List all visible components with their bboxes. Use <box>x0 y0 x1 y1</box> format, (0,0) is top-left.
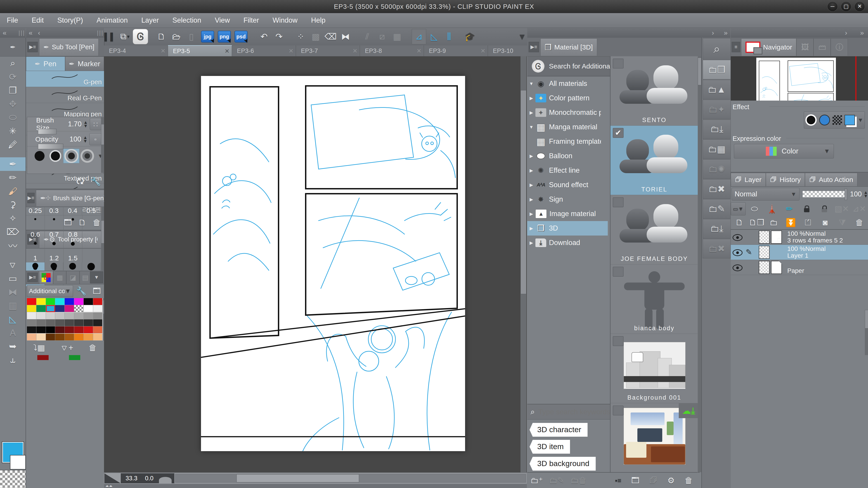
material-tree-item[interactable]: Sign <box>527 192 608 206</box>
antialias-middle-icon[interactable] <box>63 149 80 163</box>
effect-tone-icon[interactable] <box>833 115 842 125</box>
color-set-dropdown[interactable]: Additional color ▼ <box>27 285 73 297</box>
subtool-group-tab[interactable]: ✒ Marker <box>65 57 104 71</box>
color-swatch[interactable] <box>37 355 49 360</box>
lock-layer-icon[interactable] <box>798 205 815 212</box>
material-item[interactable]: bianca body <box>611 264 698 334</box>
material-tree-item[interactable]: Framing template <box>527 134 608 149</box>
eraser-tool-icon[interactable]: ⌦ <box>0 225 26 239</box>
antialias-strong-icon[interactable] <box>80 149 95 163</box>
airbrush-tool-icon[interactable]: ⚳ <box>0 198 26 212</box>
color-swatch[interactable] <box>74 313 84 319</box>
color-swatch[interactable] <box>55 298 65 305</box>
tree-arrow-icon[interactable] <box>527 226 535 231</box>
transparent-color-chip[interactable] <box>0 470 26 488</box>
color-swatch[interactable] <box>74 298 84 305</box>
snap-to-grid-icon[interactable]: ⫼ <box>442 29 456 44</box>
tree-arrow-icon[interactable] <box>527 182 535 188</box>
merge-with-lower-layer-icon[interactable]: ⏍ <box>800 218 817 227</box>
brush-size-cell[interactable]: 0.7 <box>45 215 64 239</box>
color-swatch[interactable] <box>74 319 84 326</box>
layer-thumbnail[interactable] <box>759 231 770 243</box>
canvas-area[interactable] <box>104 56 527 473</box>
zoom-slider-icon[interactable] <box>104 473 121 483</box>
tree-arrow-icon[interactable] <box>527 197 535 202</box>
register-color-icon[interactable]: 🗔 <box>90 286 104 296</box>
workspace-icon[interactable]: ▌▌ <box>103 29 117 44</box>
layer-panel-tab[interactable]: 🗇 Layer <box>731 173 766 186</box>
selection-source-icon[interactable]: ▭▼ <box>731 202 746 216</box>
sub-color-chip[interactable] <box>10 455 26 469</box>
brush-size-value[interactable]: 1.70 <box>68 120 82 128</box>
folder-effect-icon[interactable]: 🗀✺ <box>703 159 731 179</box>
mask-area-icon[interactable]: ⬭ <box>746 204 763 214</box>
color-swatch[interactable] <box>93 298 103 305</box>
item-bank-tab[interactable]: 🗃 <box>813 38 831 56</box>
color-set-tab[interactable] <box>39 271 53 284</box>
subtool-menu-icon[interactable]: ▶≡ <box>27 42 38 52</box>
opacity-stepper-icon[interactable]: ▲▼ <box>864 191 868 198</box>
brush-size-panel-tab[interactable]: ✒⸭ Brush size [G-pen] <box>36 190 110 206</box>
opacity-dynamics-icon[interactable]: ▫ <box>89 133 101 145</box>
color-swatch[interactable] <box>74 326 84 333</box>
material-item[interactable]: Background 001 <box>611 334 698 403</box>
material-tree-item[interactable]: All materials <box>527 76 608 91</box>
close-tab-icon[interactable]: ✕ <box>480 47 486 55</box>
folder-3d-icon[interactable]: 🗀❒ <box>703 60 731 79</box>
snap-grid-icon[interactable]: ▦ <box>390 29 404 44</box>
color-swatch[interactable] <box>55 305 65 312</box>
ruler-range-icon[interactable]: ⊿✕ <box>850 204 868 214</box>
color-swatch[interactable] <box>36 298 46 305</box>
folder-manga-icon[interactable]: 🗀▦ <box>703 139 731 159</box>
expand-right-icon[interactable]: › <box>842 29 850 37</box>
zoom-tool-icon[interactable]: ⌕ <box>0 57 26 70</box>
color-swatch[interactable] <box>27 334 36 340</box>
rotation-slider-icon[interactable] <box>156 473 174 483</box>
brush-size-cell[interactable]: 0.25 <box>26 207 45 215</box>
delete-material-icon[interactable]: 🗑 <box>681 476 696 485</box>
apply-mask-icon[interactable]: ⧩ <box>834 218 851 227</box>
layer-thumbnail[interactable] <box>759 261 770 274</box>
color-swatch[interactable] <box>65 326 74 333</box>
menu-item[interactable]: Animation <box>90 13 134 28</box>
material-tree-item[interactable]: Color pattern <box>527 91 608 105</box>
replace-color-set-icon[interactable]: ⤵▦ <box>30 343 48 353</box>
close-tab-icon[interactable]: ✕ <box>288 47 293 55</box>
create-layer-mask-icon[interactable]: ◙ <box>816 218 834 227</box>
balloon-tool-icon[interactable]: ➥ <box>0 339 26 353</box>
export-format-button[interactable]: psd <box>235 31 248 42</box>
layer-panel-tab[interactable]: 🗇 History <box>766 173 805 186</box>
delete-color-icon[interactable]: 🗑 <box>86 343 100 353</box>
layer-row[interactable]: ❒ 100 %Normal 3 rows 4 frames 5 2 <box>731 230 868 245</box>
color-swatch[interactable] <box>55 334 65 340</box>
color-swatch[interactable] <box>93 319 103 326</box>
color-swatch[interactable] <box>69 355 80 360</box>
close-tab-icon[interactable]: ✕ <box>224 48 229 55</box>
fill-tool-icon[interactable]: 🜄 <box>0 258 26 272</box>
maximize-button[interactable]: ▢ <box>841 2 851 11</box>
layer-opacity-value[interactable]: 100 <box>850 190 862 198</box>
opacity-value[interactable]: 100 <box>69 135 81 143</box>
tool-palette-tab-icon[interactable]: ✒ <box>10 43 16 51</box>
eyedropper-tool-icon[interactable]: 🖉 <box>0 138 26 152</box>
folder-edit-icon[interactable]: 🗀✎ <box>703 199 731 219</box>
brush-size-menu-icon[interactable]: ▶≡ <box>27 193 35 203</box>
pencil-tool-icon[interactable]: ✏ <box>0 171 26 185</box>
folder-image-icon[interactable]: 🗀▲ <box>703 80 731 99</box>
layer-visibility-eye-icon[interactable] <box>733 234 743 241</box>
material-item[interactable]: ☁⤓ <box>611 403 698 473</box>
material-item[interactable]: ✔ TORIEL <box>611 126 698 195</box>
folder-download2-icon[interactable]: 🗀⤓ <box>703 219 731 238</box>
color-swatch[interactable] <box>46 313 55 319</box>
delete-folder-icon[interactable]: 🗀🗑 <box>567 476 590 485</box>
color-swatch[interactable] <box>65 298 74 305</box>
material-menu-icon[interactable]: ▶≡ <box>529 42 539 52</box>
subview-tab[interactable]: 🖼 <box>796 38 813 56</box>
brush-size-cell[interactable]: 1.5 <box>64 239 82 262</box>
text-tool-icon[interactable]: A <box>0 326 26 339</box>
brush-size-cell[interactable]: 1.2 <box>45 239 64 262</box>
gradient-tool-icon[interactable]: ▭ <box>0 272 26 285</box>
snap-ruler-icon[interactable]: ⫽ <box>360 29 374 44</box>
canvas-hscrollbar[interactable] <box>175 474 526 483</box>
color-swatch[interactable] <box>55 326 65 333</box>
